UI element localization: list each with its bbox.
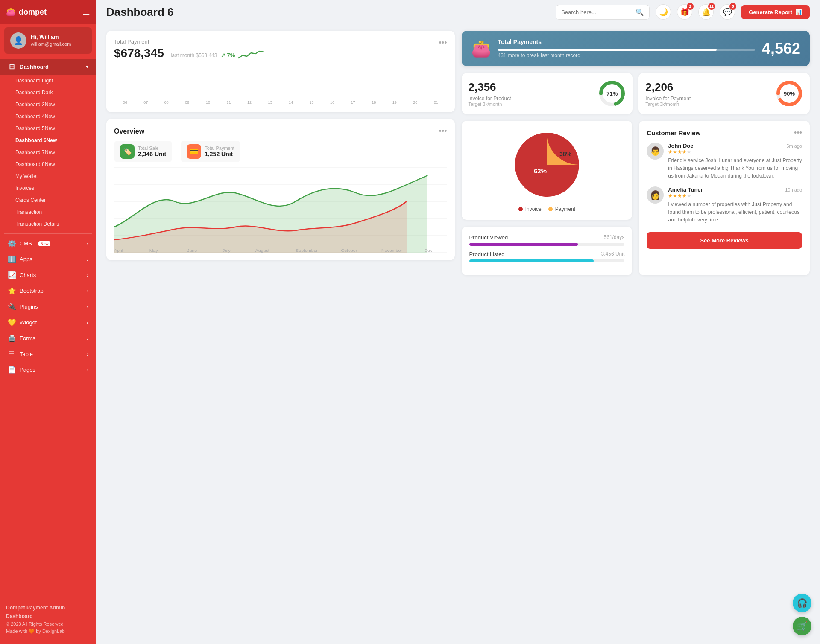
sidebar-sub-item[interactable]: Transaction — [0, 206, 96, 218]
sale-label: Total Sale — [138, 146, 166, 151]
search-wrap[interactable]: 🔍 — [556, 5, 650, 20]
bar-label: 08 — [164, 100, 169, 105]
invoice-legend: Invoice — [518, 206, 542, 212]
svg-text:June: June — [187, 248, 197, 253]
gift-icon[interactable]: 🎁 2 — [677, 4, 692, 20]
review-menu-icon[interactable]: ••• — [794, 128, 802, 137]
pie-and-stats-col: 62% 38% Invoice — [462, 121, 633, 275]
svg-text:38%: 38% — [559, 151, 572, 157]
bar-label: 13 — [268, 100, 272, 105]
chevron-right-icon: › — [87, 288, 88, 294]
bar-label: 21 — [434, 100, 438, 105]
sidebar-sub-item[interactable]: Dashboard 8New — [0, 158, 96, 170]
invoice-product-label: Invoice for Product — [469, 96, 511, 102]
logo-text: dompet — [19, 8, 47, 17]
footer-title: Dompet Payment Admin Dashboard — [6, 604, 90, 620]
search-input[interactable] — [561, 9, 632, 15]
bar-label: 16 — [330, 100, 334, 105]
trend-sparkline — [238, 50, 264, 61]
invoice-donut-pct: 71% — [606, 90, 618, 97]
sidebar-sub-item[interactable]: Dashboard 7New — [0, 146, 96, 158]
blue-card-sub: 431 more to break last month record — [498, 52, 755, 58]
sidebar-sub-item[interactable]: Transaction Details — [0, 218, 96, 230]
total-payment-card: Total Payment $678,345 last month $563,4… — [106, 31, 455, 112]
payment-legend: Payment — [548, 206, 575, 212]
generate-report-button[interactable]: Generate Report 📊 — [741, 5, 810, 19]
sidebar-sub-item[interactable]: Dashboard 5New — [0, 122, 96, 134]
sidebar-sub-item[interactable]: Invoices — [0, 182, 96, 194]
plugins-icon: 🔌 — [8, 303, 15, 311]
sidebar-menu-item-widget[interactable]: 💛 Widget › — [0, 315, 96, 330]
review-avatar-2: 👩 — [647, 186, 664, 204]
bar-chart: 06 07 08 09 10 — [114, 66, 447, 105]
bottom-right-grid: 62% 38% Invoice — [462, 121, 810, 275]
table-label: Table — [20, 351, 33, 357]
bar-label: 15 — [310, 100, 314, 105]
hamburger-icon[interactable]: ☰ — [82, 7, 90, 17]
sidebar-menu-item-apps[interactable]: ℹ️ Apps › — [0, 251, 96, 267]
sidebar-item-dashboard[interactable]: ⊞ Dashboard ▾ — [0, 59, 96, 75]
product-viewed-stat: Product Viewed 561/days — [469, 234, 625, 246]
chart-bar-icon: 📊 — [795, 9, 802, 15]
pages-label: Pages — [20, 367, 35, 373]
sidebar-sub-item[interactable]: Cards Center — [0, 194, 96, 206]
review-item-2: 👩 Amelia Tuner 10h ago ★★★★★ I viewed a … — [647, 186, 802, 224]
sidebar-sub-item[interactable]: Dashboard Dark — [0, 87, 96, 99]
sidebar-menu-item-pages[interactable]: 📄 Pages › — [0, 362, 96, 378]
charts-icon: 📈 — [8, 271, 15, 279]
sidebar-sub-item[interactable]: Dashboard 6New — [0, 134, 96, 146]
product-viewed-fill — [469, 243, 578, 246]
total-payment-stat: 💳 Total Payment 1,252 Unit — [181, 141, 240, 162]
svg-text:September: September — [296, 248, 318, 253]
sidebar-menu-item-bootstrap[interactable]: ⭐ Bootstrap › — [0, 283, 96, 299]
cart-float-button[interactable]: 🛒 — [793, 617, 811, 635]
customer-review-card: Customer Review ••• 👨 John Doe 5m ago — [639, 121, 810, 275]
chevron-right-icon: › — [87, 336, 88, 341]
theme-toggle-icon[interactable]: 🌙 — [656, 4, 671, 20]
sidebar-sub-item[interactable]: Dashboard 3New — [0, 99, 96, 111]
svg-text:July: July — [223, 248, 231, 253]
chat-icon[interactable]: 💬 5 — [720, 4, 735, 20]
sidebar-sub-item[interactable]: Dashboard Light — [0, 75, 96, 87]
invoice-payment-label: Invoice for Payment — [645, 96, 691, 102]
svg-text:October: October — [341, 248, 357, 253]
sidebar-sub-item[interactable]: My Wallet — [0, 170, 96, 182]
total-payment-menu-icon[interactable]: ••• — [439, 38, 447, 47]
bar-label: 10 — [206, 100, 210, 105]
invoice-payment-sub: Target 3k/month — [645, 102, 691, 107]
sidebar-footer: Dompet Payment Admin Dashboard © 2023 Al… — [0, 599, 96, 637]
overview-menu-icon[interactable]: ••• — [439, 127, 447, 136]
dashboard-icon: ⊞ — [8, 63, 15, 71]
total-payment-trend: ↗ 7% — [221, 50, 264, 61]
support-float-button[interactable]: 🎧 — [793, 594, 811, 612]
product-viewed-value: 561/days — [604, 234, 625, 241]
review-header: Customer Review ••• — [647, 128, 802, 137]
content-area: Total Payment $678,345 last month $563,4… — [96, 24, 820, 644]
bar-group: 15 — [302, 64, 321, 105]
sidebar-menu-item-forms[interactable]: 🖨️ Forms › — [0, 330, 96, 346]
sidebar-sub-item[interactable]: Dashboard 4New — [0, 111, 96, 122]
bar-label: 14 — [289, 100, 293, 105]
product-listed-value: 3,456 Unit — [601, 251, 625, 257]
bootstrap-label: Bootstrap — [20, 288, 44, 294]
pie-chart-svg: 62% 38% — [510, 128, 583, 201]
sidebar-user[interactable]: 👤 Hi, William william@gmail.com — [4, 27, 92, 54]
see-more-reviews-button[interactable]: See More Reviews — [647, 232, 802, 249]
bar-label: 12 — [247, 100, 252, 105]
sidebar-menu-item-charts[interactable]: 📈 Charts › — [0, 267, 96, 283]
sidebar-menu-item-plugins[interactable]: 🔌 Plugins › — [0, 299, 96, 315]
svg-text:November: November — [381, 248, 403, 253]
bar-chart-wrap: 06 07 08 09 10 — [114, 66, 447, 105]
user-name: Hi, William — [31, 34, 71, 41]
sidebar-logo[interactable]: 👛 dompet — [6, 7, 47, 17]
payment-donut: 90% — [776, 80, 803, 107]
area-chart-wrap: April May June July August September Oct… — [114, 167, 447, 253]
sidebar: 👛 dompet ☰ 👤 Hi, William william@gmail.c… — [0, 0, 96, 644]
product-listed-stat: Product Listed 3,456 Unit — [469, 251, 625, 262]
bell-icon[interactable]: 🔔 12 — [698, 4, 714, 20]
sidebar-menu-item-cms[interactable]: ⚙️ CMS New › — [0, 236, 96, 251]
main-area: Dashboard 6 🔍 🌙 🎁 2 🔔 12 💬 5 Generate Re… — [96, 0, 820, 644]
sidebar-menu-item-table[interactable]: ☰ Table › — [0, 346, 96, 362]
chevron-right-icon: › — [87, 241, 88, 246]
review-text-2: I viewed a number of properties with Jus… — [668, 201, 802, 224]
